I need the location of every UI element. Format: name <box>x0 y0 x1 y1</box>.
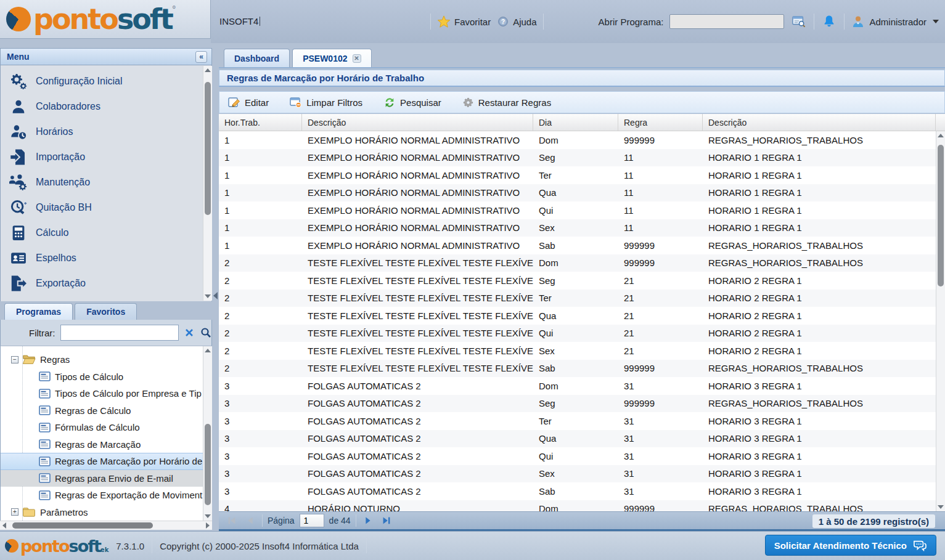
prev-page-icon <box>245 515 256 526</box>
request-support-button[interactable]: Solicitar Atendimento Técnico <box>765 535 936 556</box>
splitter-collapse-icon[interactable] <box>213 292 218 299</box>
scroll-up-arrow[interactable] <box>938 134 944 137</box>
expand-node-icon[interactable]: + <box>11 508 18 516</box>
table-row[interactable]: 3FOLGAS AUTOMATICAS 2Seg999999REGRAS_HOR… <box>219 395 945 413</box>
column-header-descricao-regra[interactable]: Descrição <box>703 114 936 131</box>
table-row[interactable]: 4HORÁRIO NOTURNODom999999REGRAS_HORARIOS… <box>219 500 945 512</box>
table-row[interactable]: 3FOLGAS AUTOMATICAS 2Sex31HORARIO 3 REGR… <box>219 465 945 483</box>
table-row[interactable]: 3FOLGAS AUTOMATICAS 2Dom31HORARIO 3 REGR… <box>219 377 945 395</box>
sidebar-item-exportacao[interactable]: Exportação <box>1 270 211 296</box>
grid-vertical-scrollbar[interactable] <box>936 131 945 511</box>
sidebar-item-calculo[interactable]: Cálculo <box>1 220 211 245</box>
scrollbar-thumb[interactable] <box>938 145 944 286</box>
restore-rules-button[interactable]: Restaurar Regras <box>460 95 554 110</box>
prev-page-button[interactable] <box>243 514 257 527</box>
scroll-left-arrow[interactable] <box>2 522 6 529</box>
table-row[interactable]: 2TESTE FLEXÍVEL TESTE FLEXÍVEL TESTE FLE… <box>219 290 945 307</box>
user-menu[interactable]: Administrador <box>851 14 939 29</box>
tab-dashboard[interactable]: Dashboard <box>224 49 290 67</box>
tree-item-tipos-de-calculo-por-empresa[interactable]: Tipos de Cálculo por Empresa e Tip <box>1 385 211 402</box>
tree-item-regras-de-marcacao[interactable]: Regras de Marcação <box>1 436 211 453</box>
scrollbar-thumb[interactable] <box>205 424 211 505</box>
open-program-search-button[interactable] <box>790 14 808 30</box>
scroll-up-arrow[interactable] <box>205 68 211 72</box>
scroll-down-arrow[interactable] <box>205 294 211 298</box>
tree-item-regras-de-marcacao-por-horario[interactable]: Regras de Marcação por Horário de <box>1 453 211 470</box>
table-cell: 2 <box>219 325 302 343</box>
table-row[interactable]: 1EXEMPLO HORÁRIO NORMAL ADMINISTRATIVOSe… <box>219 219 945 237</box>
sidebar-item-configuracao-inicial[interactable]: Configuração Inicial <box>1 68 211 94</box>
sidebar-splitter[interactable] <box>212 43 219 531</box>
tree-vertical-scrollbar[interactable] <box>203 346 212 521</box>
tree-item-tipos-de-calculo[interactable]: Tipos de Cálculo <box>1 368 211 386</box>
sidebar-item-manutencao[interactable]: Manutenção <box>1 169 211 195</box>
column-header-descricao[interactable]: Descrição <box>302 114 533 131</box>
first-page-button[interactable] <box>225 514 239 527</box>
table-row[interactable]: 1EXEMPLO HORÁRIO NORMAL ADMINISTRATIVODo… <box>219 131 945 149</box>
sidebar-item-importacao[interactable]: Importação <box>1 144 211 169</box>
sidebar-item-colaboradores[interactable]: Colaboradores <box>1 94 211 119</box>
collapse-node-icon[interactable]: − <box>11 356 18 363</box>
table-row[interactable]: 2TESTE FLEXÍVEL TESTE FLEXÍVEL TESTE FLE… <box>219 254 945 272</box>
table-row[interactable]: 3FOLGAS AUTOMATICAS 2Ter31HORARIO 3 REGR… <box>219 412 945 430</box>
table-row[interactable]: 1EXEMPLO HORÁRIO NORMAL ADMINISTRATIVOTe… <box>219 166 945 184</box>
scroll-up-arrow[interactable] <box>205 349 211 352</box>
table-cell: 1 <box>219 184 302 202</box>
tree-item-regras-de-exportacao[interactable]: Regras de Exportação de Moviment <box>1 487 211 504</box>
last-page-icon <box>381 515 392 526</box>
table-row[interactable]: 2TESTE FLEXÍVEL TESTE FLEXÍVEL TESTE FLE… <box>219 272 945 290</box>
sidebar-item-quitacao-bh[interactable]: Quitação BH <box>1 195 211 220</box>
search-button[interactable]: Pesquisar <box>381 95 444 110</box>
tree-node-regras[interactable]: − Regras <box>1 351 211 368</box>
table-row[interactable]: 1EXEMPLO HORÁRIO NORMAL ADMINISTRATIVOQu… <box>219 201 945 219</box>
open-program-label: Abrir Programa: <box>599 17 664 27</box>
tree-item-regras-para-envio-de-email[interactable]: Regras para Envio de E-mail <box>1 470 211 487</box>
scroll-down-arrow[interactable] <box>205 514 211 518</box>
table-row[interactable]: 3FOLGAS AUTOMATICAS 2Sab31HORARIO 3 REGR… <box>219 482 945 500</box>
column-header-dia[interactable]: Dia <box>533 114 618 131</box>
table-row[interactable]: 2TESTE FLEXÍVEL TESTE FLEXÍVEL TESTE FLE… <box>219 342 945 360</box>
app-logo: pontosoft° <box>0 0 211 39</box>
scrollbar-thumb[interactable] <box>12 522 153 529</box>
menu-collapse-button[interactable]: « <box>195 51 207 63</box>
table-row[interactable]: 3FOLGAS AUTOMATICAS 2Qui31HORARIO 3 REGR… <box>219 447 945 465</box>
tree-item-regras-de-calculo[interactable]: Regras de Cálculo <box>1 402 211 420</box>
favorite-button[interactable]: Favoritar <box>437 15 491 28</box>
scrollbar-thumb[interactable] <box>205 82 211 215</box>
sidebar-item-espelhos[interactable]: Espelhos <box>1 245 211 270</box>
table-row[interactable]: 1EXEMPLO HORÁRIO NORMAL ADMINISTRATIVOQu… <box>219 184 945 202</box>
table-cell: 3 <box>219 465 302 483</box>
notifications-button[interactable] <box>820 14 838 30</box>
table-row[interactable]: 3FOLGAS AUTOMATICAS 2Qua31HORARIO 3 REGR… <box>219 430 945 448</box>
scroll-right-arrow[interactable] <box>206 522 210 529</box>
filter-clear-button[interactable] <box>184 325 195 340</box>
scroll-down-arrow[interactable] <box>938 505 944 509</box>
table-row[interactable]: 2TESTE FLEXÍVEL TESTE FLEXÍVEL TESTE FLE… <box>219 307 945 325</box>
tree-horizontal-scrollbar[interactable] <box>0 521 212 530</box>
table-row[interactable]: 1EXEMPLO HORÁRIO NORMAL ADMINISTRATIVOSa… <box>219 237 945 254</box>
edit-button[interactable]: Editar <box>226 95 271 110</box>
filter-search-button[interactable] <box>200 325 211 340</box>
tab-programas[interactable]: Programas <box>4 303 73 320</box>
tab-psew0102[interactable]: PSEW0102 ✕ <box>292 49 371 67</box>
last-page-button[interactable] <box>380 514 393 527</box>
column-header-regra[interactable]: Regra <box>618 114 703 131</box>
tab-favoritos[interactable]: Favoritos <box>75 303 137 320</box>
sidebar-item-horarios[interactable]: Horários <box>1 119 211 144</box>
filter-input[interactable] <box>60 325 179 341</box>
tree-item-formulas-de-calculo[interactable]: Fórmulas de Cálculo <box>1 419 211 436</box>
tree-node-parametros[interactable]: + Parâmetros <box>1 504 211 521</box>
table-row[interactable]: 2TESTE FLEXÍVEL TESTE FLEXÍVEL TESTE FLE… <box>219 325 945 343</box>
table-cell: HORARIO 3 REGRA 1 <box>703 447 936 465</box>
menu-scrollbar[interactable] <box>203 66 212 301</box>
program-icon <box>39 490 51 500</box>
table-row[interactable]: 1EXEMPLO HORÁRIO NORMAL ADMINISTRATIVOSe… <box>219 149 945 167</box>
clear-filters-button[interactable]: Limpar Filtros <box>287 95 365 110</box>
table-row[interactable]: 2TESTE FLEXÍVEL TESTE FLEXÍVEL TESTE FLE… <box>219 360 945 378</box>
close-tab-icon[interactable]: ✕ <box>353 54 361 63</box>
column-header-hortrab[interactable]: Hor.Trab. <box>219 114 302 131</box>
next-page-button[interactable] <box>361 514 375 527</box>
help-button[interactable]: ? Ajuda <box>497 15 536 28</box>
open-program-input[interactable] <box>669 14 784 29</box>
page-number-input[interactable] <box>300 514 324 527</box>
